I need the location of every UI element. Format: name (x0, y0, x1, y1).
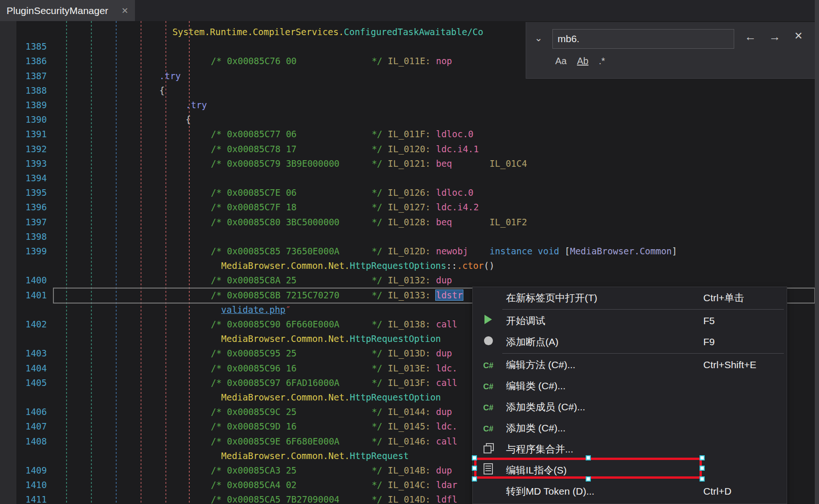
annotation-handle (472, 466, 477, 471)
code-token: MediaBrowser.Common.Net. (221, 260, 350, 271)
annotation-handle (700, 476, 705, 482)
menu-item-label: 添加类 (C#)... (506, 422, 566, 435)
menu-item-add-class-member-csharp[interactable]: C#添加类成员 (C#)... (473, 396, 787, 417)
code-token: /* 0x00085C9E 6F680E000A */ (211, 436, 388, 446)
line-number: 1400 (13, 275, 47, 285)
code-token: .ctor (457, 260, 484, 271)
annotation-handle (700, 455, 705, 460)
code-token: IL_013D: (388, 348, 436, 358)
code-text: MediaBrowser.Common.Net.HttpRequestOptio… (221, 260, 494, 271)
code-token: IL_0128: (388, 217, 436, 227)
match-case-toggle[interactable]: Aa (555, 56, 566, 67)
code-line[interactable]: MediaBrowser.Common.Net.HttpRequestOptio… (0, 259, 819, 274)
menu-item-merge-with-assembly[interactable]: 与程序集合并... (473, 438, 787, 460)
code-token: /* 0x00085C9C 25 */ (211, 407, 388, 417)
code-token: IL_0126: (388, 187, 436, 198)
menu-item-add-breakpoint[interactable]: 添加断点(A)F9 (473, 331, 787, 352)
code-token: ldfl (436, 494, 457, 504)
code-token: call (436, 378, 457, 388)
code-token: dup (436, 407, 452, 417)
code-line[interactable]: 1398 (0, 230, 819, 245)
menu-item-add-class-csharp[interactable]: C#添加类 (C#)... (473, 417, 787, 438)
tab-close-icon[interactable]: ✕ (121, 6, 128, 16)
line-number: 1389 (13, 100, 47, 110)
code-token: dup (436, 348, 452, 358)
code-token: /* 0x00085C78 17 */ (211, 144, 388, 154)
tab-pluginsecuritymanager[interactable]: PluginSecurityManager ✕ (0, 0, 135, 21)
code-token: IL_014B: (388, 465, 436, 475)
code-line[interactable]: 1397/* 0x00085C80 3BC5000000 */ IL_0128:… (0, 216, 819, 230)
code-line[interactable]: 1389.try (0, 99, 819, 113)
search-close-icon[interactable]: ✕ (794, 30, 803, 42)
code-line[interactable]: 1393/* 0x00085C79 3B9E000000 */ IL_0121:… (0, 157, 819, 172)
csharp-icon: C# (481, 359, 495, 371)
menu-item-shortcut: Ctrl+Shift+E (703, 359, 756, 371)
code-token: { (186, 114, 191, 125)
code-token: ldc.i4.1 (436, 144, 479, 154)
menu-item-edit-method-csharp[interactable]: C#编辑方法 (C#)...Ctrl+Shift+E (473, 354, 787, 375)
annotation-handle (586, 476, 591, 482)
code-token: validate.php (221, 304, 285, 315)
code-token: /* 0x00085C77 06 */ (211, 129, 388, 139)
play-icon (481, 315, 495, 326)
code-token: call (436, 436, 457, 446)
code-token: MediaBrowser.Common.Net. (221, 451, 350, 461)
menu-item-start-debugging[interactable]: 开始调试F5 (473, 310, 787, 331)
line-number: 1396 (13, 202, 47, 212)
csharp-icon: C# (481, 380, 495, 392)
code-token: /* 0x00085CA4 02 */ (211, 480, 388, 490)
code-text: /* 0x00085C8A 25 */ IL_0132: dup (211, 275, 452, 285)
code-token: /* 0x00085C9D 16 */ (211, 421, 388, 431)
code-token: /* 0x00085C97 6FAD16000A */ (211, 378, 388, 388)
search-input[interactable] (552, 29, 734, 49)
code-token: System.Runtime.CompilerServices. (172, 27, 344, 37)
line-number: 1395 (13, 187, 47, 198)
csharp-icon: C# (481, 422, 495, 434)
line-number: 1399 (13, 246, 47, 256)
code-text: /* 0x00085C76 00 */ IL_011E: nop (211, 56, 452, 66)
code-line[interactable]: 1390{ (0, 113, 819, 128)
whole-word-toggle[interactable]: Ab (577, 56, 588, 67)
code-text: /* 0x00085C7F 18 */ IL_0127: ldc.i4.2 (211, 202, 479, 212)
code-text: /* 0x00085C90 6F660E000A */ IL_0138: cal… (211, 319, 457, 329)
code-token: dup (436, 465, 452, 475)
code-token: MediaBrowser.Common.Net. (221, 334, 350, 344)
code-token: /* 0x00085C96 16 */ (211, 363, 388, 373)
code-text: { (186, 114, 191, 125)
menu-item-edit-class-csharp[interactable]: C#编辑类 (C#)... (473, 375, 787, 396)
code-token: ″ (285, 304, 290, 315)
line-number: 1410 (13, 480, 47, 490)
tab-title: PluginSecurityManager (7, 5, 108, 16)
code-text: /* 0x00085CA3 25 */ IL_014B: dup (211, 465, 452, 475)
annotation-handle (586, 455, 591, 460)
menu-item-goto-md-token[interactable]: 转到MD Token (D)...Ctrl+D (473, 481, 787, 502)
code-token: instance void (490, 246, 565, 256)
code-text: /* 0x00085C96 16 */ IL_013E: ldc. (211, 363, 457, 373)
code-line[interactable]: 1394 (0, 172, 819, 186)
menu-item-label: 添加类成员 (C#)... (506, 400, 585, 414)
code-line[interactable]: 1396/* 0x00085C7F 18 */ IL_0127: ldc.i4.… (0, 201, 819, 215)
code-line[interactable]: 1395/* 0x00085C7E 06 */ IL_0126: ldloc.0 (0, 186, 819, 201)
code-token: /* 0x00085C80 3BC5000000 */ (211, 217, 388, 227)
code-token: IL_0132: (388, 275, 436, 285)
regex-toggle[interactable]: .* (599, 56, 605, 67)
code-token: MediaBrowser.Common (570, 246, 671, 256)
code-line[interactable]: 1391/* 0x00085C77 06 */ IL_011F: ldloc.0 (0, 128, 819, 142)
code-line[interactable]: 1399/* 0x00085C85 73650E000A */ IL_012D:… (0, 245, 819, 259)
find-next-button[interactable]: → (769, 30, 781, 44)
find-previous-button[interactable]: ← (745, 30, 756, 44)
code-token: ldar (436, 480, 457, 490)
code-token: /* 0x00085C8B 7215C70270 */ (211, 290, 388, 300)
code-token: IL_0145: (388, 421, 436, 431)
menu-item-label: 开始调试 (506, 314, 545, 327)
code-token: ldc.i4.2 (436, 202, 479, 212)
chevron-down-icon[interactable]: ⌄ (535, 32, 543, 44)
menu-item-open-in-new-tab[interactable]: 在新标签页中打开(T)Ctrl+单击 (473, 287, 787, 308)
code-line[interactable]: 1388{ (0, 84, 819, 99)
code-token: beq (436, 217, 489, 227)
code-line[interactable]: 1392/* 0x00085C78 17 */ IL_0120: ldc.i4.… (0, 143, 819, 157)
line-number: 1392 (13, 144, 47, 154)
vertical-scrollbar[interactable] (815, 0, 819, 504)
line-number: 1405 (13, 378, 47, 388)
code-text: /* 0x00085CA5 7B27090004 */ IL_014D: ldf… (211, 494, 457, 504)
